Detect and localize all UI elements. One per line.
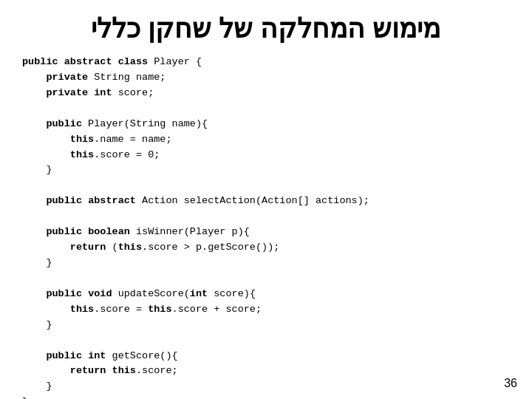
code-line-18: } — [22, 318, 510, 333]
code-line-7: this.score = 0; — [22, 148, 510, 163]
code-line-23: } — [22, 395, 510, 399]
code-line-5: public Player(String name){ — [22, 117, 510, 132]
code-line-blank-5 — [22, 333, 510, 349]
code-line-8: } — [22, 163, 510, 178]
code-line-10: public abstract Action selectAction(Acti… — [22, 194, 510, 209]
page-number: 36 — [504, 377, 517, 390]
code-line-20: public int getScore(){ — [22, 349, 510, 364]
code-line-14: } — [22, 256, 510, 271]
code-line-13: return (this.score > p.getScore()); — [22, 240, 510, 256]
code-line-16: public void updateScore(int score){ — [22, 287, 510, 302]
code-line-blank-1 — [22, 101, 510, 117]
code-line-blank-2 — [22, 178, 510, 194]
slide-title: מימוש המחלקה של שחקן כללי — [0, 0, 532, 52]
code-line-blank-3 — [22, 209, 510, 225]
code-line-blank-4 — [22, 271, 510, 287]
code-line-3: private int score; — [22, 86, 510, 101]
code-line-22: } — [22, 379, 510, 395]
code-line-21: return this.score; — [22, 364, 510, 379]
code-line-17: this.score = this.score + score; — [22, 302, 510, 318]
code-line-12: public boolean isWinner(Player p){ — [22, 225, 510, 240]
code-line-6: this.name = name; — [22, 132, 510, 148]
slide: מימוש המחלקה של שחקן כללי public abstrac… — [0, 0, 532, 399]
code-line-2: private String name; — [22, 70, 510, 86]
code-block: public abstract class Player { private S… — [0, 52, 532, 399]
code-line-1: public abstract class Player { — [22, 55, 510, 70]
